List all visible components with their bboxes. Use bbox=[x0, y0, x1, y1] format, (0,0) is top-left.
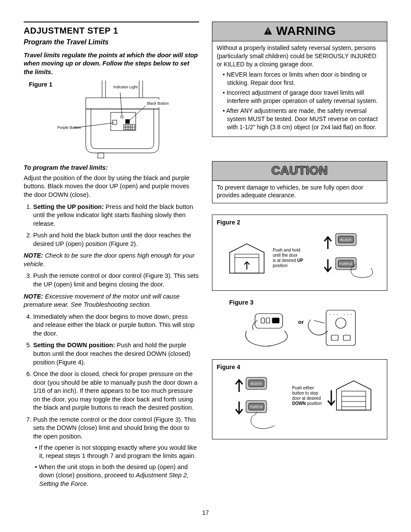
svg-rect-5 bbox=[98, 153, 104, 158]
svg-rect-31 bbox=[266, 318, 270, 323]
svg-point-40 bbox=[344, 314, 345, 315]
svg-rect-30 bbox=[261, 318, 265, 323]
note-2: NOTE: Excessive movement of the motor un… bbox=[24, 292, 199, 309]
svg-point-34 bbox=[336, 318, 346, 328]
step-4: Immediately when the door begins to move… bbox=[33, 313, 199, 338]
left-column: ADJUSTMENT STEP 1 Program the Travel Lim… bbox=[24, 22, 199, 492]
svg-rect-21 bbox=[268, 29, 268, 32]
fig4-text: door at desired bbox=[292, 396, 321, 401]
callout-indicator-light: Indicator Light bbox=[113, 85, 138, 89]
svg-point-8 bbox=[121, 115, 123, 118]
svg-rect-33 bbox=[326, 310, 355, 345]
step-6: Once the door is closed, check for prope… bbox=[33, 370, 199, 412]
step-5: Setting the DOWN position: Push and hold… bbox=[33, 341, 199, 367]
warning-icon bbox=[263, 26, 273, 36]
svg-point-41 bbox=[347, 314, 348, 315]
warning-item: Incorrect adjustment of garage door trav… bbox=[223, 89, 383, 105]
svg-point-38 bbox=[333, 314, 334, 315]
subheading-program-travel: Program the Travel Limits bbox=[24, 37, 199, 47]
figure-3-label: Figure 3 bbox=[229, 299, 387, 307]
figure-1-diagram: Indicator Light Black Button Purple Butt… bbox=[55, 81, 173, 160]
steps-list-cont2: Immediately when the door begins to move… bbox=[24, 313, 199, 488]
step-7: Push the remote control or the door cont… bbox=[33, 416, 199, 488]
figure-2-diagram: Push and hold until the door is at desir… bbox=[217, 227, 380, 283]
rule bbox=[24, 22, 199, 22]
warning-item: After ANY adjustments are made, the safe… bbox=[223, 107, 383, 131]
figure-3-diagram: or bbox=[238, 309, 380, 352]
right-column: WARNING Without a properly installed saf… bbox=[212, 22, 387, 492]
program-intro: Adjust the position of the door by using… bbox=[24, 174, 199, 199]
fig4-text: DOWN position bbox=[292, 401, 322, 406]
warning-item: NEVER learn forces or limits when door i… bbox=[223, 71, 383, 87]
svg-point-39 bbox=[337, 314, 338, 315]
figure-2: Figure 2 Push and hold until the door is… bbox=[212, 215, 387, 290]
steps-list-cont1: Push the remote control or door control … bbox=[24, 272, 199, 289]
caution-title: CAUTION bbox=[271, 162, 328, 179]
figure-1: Figure 1 bbox=[29, 81, 199, 160]
step-7a: If the opener is not stopping exactly wh… bbox=[33, 444, 199, 460]
purple-chip-label: PURPLE bbox=[249, 405, 263, 408]
fig2-text: Push and hold bbox=[273, 248, 300, 252]
step-1: Setting the UP position: Press and hold … bbox=[33, 203, 199, 228]
warning-body: Without a properly installed safety reve… bbox=[212, 41, 387, 137]
fig4-text: Push either bbox=[292, 386, 314, 390]
callout-black-button: Black Button bbox=[147, 101, 169, 106]
warning-box: WARNING Without a properly installed saf… bbox=[212, 22, 387, 137]
svg-rect-22 bbox=[268, 33, 268, 34]
svg-rect-6 bbox=[111, 112, 136, 131]
figure-4-diagram: BLACK PURPLE Push either button to stop … bbox=[217, 371, 380, 432]
fig2-text: position bbox=[273, 263, 287, 268]
fig2-text: is at desired UP bbox=[273, 258, 303, 263]
figure-2-label: Figure 2 bbox=[217, 218, 383, 227]
note-1: NOTE: Check to be sure the door opens hi… bbox=[24, 252, 199, 268]
svg-rect-7 bbox=[112, 120, 117, 124]
warning-header: WARNING bbox=[212, 22, 387, 41]
caution-header: CAUTION bbox=[212, 162, 387, 181]
figure-4-label: Figure 4 bbox=[217, 363, 383, 371]
black-chip-label: BLACK bbox=[251, 382, 262, 385]
step-7b: When the unit stops in both the desired … bbox=[33, 463, 199, 488]
svg-point-42 bbox=[351, 314, 352, 315]
fig2-text: until the door bbox=[273, 253, 298, 258]
figure-4: Figure 4 BLACK PURPLE bbox=[212, 359, 387, 439]
svg-line-19 bbox=[129, 106, 146, 121]
svg-rect-32 bbox=[272, 318, 279, 323]
fig3-or-text: or bbox=[298, 319, 304, 325]
step-3: Push the remote control or door control … bbox=[33, 272, 199, 289]
figure-1-label: Figure 1 bbox=[29, 81, 52, 89]
figure-3: Figure 3 or bbox=[212, 299, 387, 355]
fig4-text: button to stop bbox=[292, 391, 318, 395]
steps-list: Setting the UP position: Press and hold … bbox=[24, 203, 199, 249]
svg-point-37 bbox=[330, 314, 331, 315]
black-chip-label: BLACK bbox=[340, 238, 351, 241]
svg-rect-35 bbox=[331, 335, 338, 340]
heading-adjustment-step: ADJUSTMENT STEP 1 bbox=[24, 25, 199, 37]
program-head: To program the travel limits: bbox=[24, 164, 199, 172]
svg-rect-47 bbox=[342, 391, 366, 410]
caution-box: CAUTION To prevent damage to vehicles, b… bbox=[212, 161, 387, 204]
intro-text: Travel limits regulate the points at whi… bbox=[24, 51, 199, 77]
warning-title: WARNING bbox=[276, 23, 336, 39]
purple-chip-label: PURPLE bbox=[339, 262, 352, 265]
svg-rect-36 bbox=[343, 335, 350, 340]
page-number: 17 bbox=[24, 509, 387, 517]
svg-rect-9 bbox=[125, 119, 130, 124]
warning-lead: Without a properly installed safety reve… bbox=[217, 44, 377, 68]
step-2: Push and hold the black button until the… bbox=[33, 231, 199, 248]
svg-line-17 bbox=[120, 93, 122, 115]
caution-body: To prevent damage to vehicles, be sure f… bbox=[212, 181, 387, 203]
